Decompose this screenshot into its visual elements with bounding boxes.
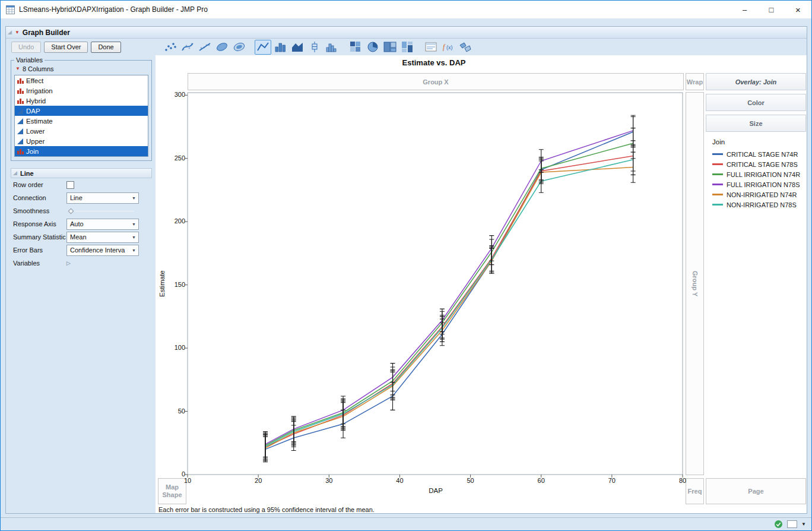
variables-box: Variables ▼ 8 Columns EffectIrrigationHy…: [11, 60, 152, 161]
line-of-fit-element-icon[interactable]: [196, 40, 213, 55]
variable-item-upper[interactable]: Upper: [15, 136, 148, 146]
error-bars-row: Error Bars Confidence Interva ▼: [6, 244, 156, 257]
variable-item-dap[interactable]: DAP: [15, 106, 148, 116]
columns-red-triangle-icon[interactable]: ▼: [15, 67, 20, 71]
legend-item[interactable]: FULL IRRIGATION N74R: [712, 169, 800, 179]
report-disclosure-icon[interactable]: ◢: [8, 30, 12, 35]
start-over-button[interactable]: Start Over: [44, 42, 88, 53]
variable-label: DAP: [26, 108, 40, 115]
window-controls: – □ ×: [731, 1, 811, 18]
error-bars-value: Confidence Interva: [70, 246, 125, 254]
legend-item[interactable]: CRITICAL STAGE N74R: [712, 149, 800, 159]
histogram-element-icon[interactable]: [323, 40, 340, 55]
legend-label: FULL IRRIGATION N74R: [727, 171, 800, 178]
caption-box-element-icon[interactable]: [423, 40, 439, 55]
legend-item[interactable]: CRITICAL STAGE N78S: [712, 159, 800, 169]
x-tick-label: 80: [679, 477, 686, 484]
y-axis-tick-labels: 050100150200250300: [165, 55, 185, 513]
variable-item-lower[interactable]: Lower: [15, 126, 148, 136]
points-element-icon[interactable]: [162, 40, 179, 55]
line-element-icon[interactable]: [255, 40, 271, 55]
connection-label: Connection: [13, 194, 66, 201]
window-box-icon[interactable]: [787, 520, 797, 528]
variable-label: Effect: [26, 77, 43, 84]
map-shapes-element-icon[interactable]: [457, 40, 474, 55]
legend-color-swatch: [712, 163, 723, 165]
size-zone[interactable]: Size: [706, 115, 806, 132]
dropdown-caret-icon[interactable]: ▼: [801, 521, 806, 527]
plot-area[interactable]: [184, 92, 684, 479]
variable-item-effect[interactable]: Effect: [15, 75, 148, 86]
page-zone[interactable]: Page: [706, 478, 806, 504]
chevron-down-icon: ▼: [132, 248, 138, 252]
smoothness-label: Smoothness: [13, 207, 66, 214]
group-x-zone[interactable]: Group X: [188, 73, 684, 90]
chevron-down-icon: ▼: [132, 235, 138, 239]
line-section-title: Line: [20, 170, 34, 177]
connection-dropdown[interactable]: Line ▼: [66, 192, 139, 204]
report-area: Estimate vs. DAP Group X Wrap Group Y Fr…: [156, 55, 807, 513]
variables-disclosure-icon[interactable]: ▷: [66, 260, 71, 266]
treemap-element-icon[interactable]: [382, 40, 398, 55]
legend-label: NON-IRRIGATED N74R: [727, 191, 797, 198]
svg-text:(x): (x): [446, 45, 453, 50]
area-element-icon[interactable]: [289, 40, 306, 55]
row-order-checkbox[interactable]: [66, 181, 74, 189]
close-button[interactable]: ×: [785, 1, 811, 18]
variable-item-hybrid[interactable]: Hybrid: [15, 96, 148, 106]
ellipse-element-icon[interactable]: [214, 40, 230, 55]
x-axis-title[interactable]: DAP: [188, 487, 684, 494]
formula-element-icon[interactable]: f(x): [440, 40, 456, 55]
chart-title: Estimate vs. DAP: [184, 58, 684, 67]
x-tick-label: 40: [396, 477, 403, 484]
maximize-button[interactable]: □: [758, 1, 785, 18]
undo-button[interactable]: Undo: [11, 42, 41, 53]
legend-color-swatch: [712, 184, 723, 185]
variable-item-estimate[interactable]: Estimate: [15, 116, 148, 126]
pie-element-icon[interactable]: [364, 40, 381, 55]
heatmap-element-icon[interactable]: [347, 40, 364, 55]
summary-statistic-dropdown[interactable]: Mean ▼: [66, 232, 139, 243]
done-button[interactable]: Done: [91, 42, 120, 53]
box-plot-element-icon[interactable]: [306, 40, 323, 55]
overlay-zone[interactable]: Overlay: Join: [706, 73, 806, 90]
red-triangle-menu-icon[interactable]: ▼: [15, 30, 20, 35]
close-icon: ×: [795, 5, 801, 15]
mosaic-element-icon[interactable]: [399, 40, 415, 55]
variable-item-irrigation[interactable]: Irrigation: [15, 86, 148, 96]
line-section-header[interactable]: ◢ Line: [11, 168, 152, 178]
columns-heading-row: ▼ 8 Columns: [15, 65, 148, 72]
variable-label: Hybrid: [26, 97, 46, 105]
continuous-column-icon: [17, 108, 24, 115]
error-bars-dropdown[interactable]: Confidence Interva ▼: [66, 245, 139, 256]
response-axis-dropdown[interactable]: Auto ▼: [66, 219, 139, 230]
bar-element-icon[interactable]: [272, 40, 288, 55]
contour-element-icon[interactable]: [231, 40, 248, 55]
jmp-window: LSmeans-HybridXDAPXIrrigation - Graph Bu…: [0, 0, 812, 531]
nominal-column-icon: [17, 97, 24, 105]
legend-title: Join: [712, 138, 725, 146]
legend-item[interactable]: NON-IRRIGATED N74R: [712, 189, 800, 200]
smoother-element-icon[interactable]: [179, 40, 196, 55]
x-tick-label: 10: [184, 477, 191, 484]
smoothness-slider[interactable]: [68, 207, 134, 215]
legend-item[interactable]: FULL IRRIGATION N78S: [712, 179, 800, 189]
slider-thumb[interactable]: [68, 208, 74, 214]
wrap-zone[interactable]: Wrap: [686, 73, 704, 90]
legend-label: CRITICAL STAGE N74R: [727, 151, 798, 158]
color-zone[interactable]: Color: [706, 94, 806, 111]
legend-label: NON-IRRIGATED N78S: [727, 201, 797, 208]
group-y-zone[interactable]: Group Y: [686, 92, 704, 475]
legend-item[interactable]: NON-IRRIGATED N78S: [712, 200, 800, 210]
minimize-button[interactable]: –: [731, 1, 758, 18]
line-disclosure-icon[interactable]: ◢: [13, 170, 17, 176]
legend: CRITICAL STAGE N74RCRITICAL STAGE N78SFU…: [712, 149, 800, 210]
x-tick-label: 30: [325, 477, 332, 484]
variable-item-join[interactable]: Join: [15, 146, 148, 156]
jmp-table-icon: [6, 5, 15, 14]
continuous-column-icon: [17, 128, 24, 135]
slider-track[interactable]: [68, 211, 134, 211]
freq-zone[interactable]: Freq: [686, 478, 704, 504]
x-tick-label: 20: [255, 477, 262, 484]
status-indicator-icon[interactable]: [774, 520, 783, 529]
